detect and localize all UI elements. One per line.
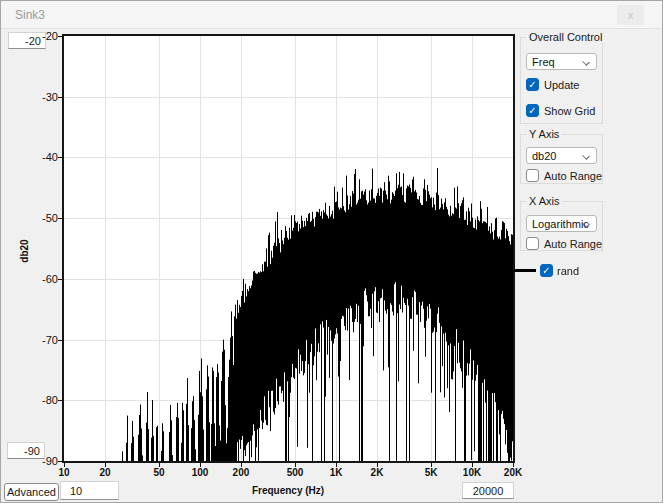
y-tick-label: -30 <box>42 91 58 103</box>
spectrum-canvas[interactable] <box>64 36 513 461</box>
x-tick-mark <box>513 463 514 467</box>
y-tick-label: -70 <box>42 334 58 346</box>
y-tick-label: -60 <box>42 273 58 285</box>
y-auto-range-checkbox[interactable] <box>526 169 539 182</box>
x-tick-label: 100 <box>192 467 209 478</box>
titlebar[interactable]: Sink3 x <box>1 1 662 29</box>
y-tick-mark <box>58 97 62 98</box>
x-auto-range-checkbox[interactable] <box>526 237 539 250</box>
window-title: Sink3 <box>15 8 45 22</box>
x-tick-mark <box>472 463 473 467</box>
update-row[interactable]: Update <box>526 78 579 91</box>
x-tick-label: 20K <box>504 467 522 478</box>
show-grid-row[interactable]: Show Grid <box>526 104 595 117</box>
x-tick-label: 200 <box>233 467 250 478</box>
y-tick-mark <box>58 461 62 462</box>
x-tick-mark <box>64 463 65 467</box>
y-min-input[interactable] <box>7 442 45 459</box>
x-axis-dropdown[interactable]: Logarithmic <box>526 215 597 232</box>
group-title: Y Axis <box>526 128 562 140</box>
close-button[interactable]: x <box>617 5 644 25</box>
plot-area[interactable] <box>62 34 515 463</box>
x-tick-label: 2K <box>371 467 384 478</box>
sink3-window: Sink3 x db20 1020501002005001K2K5K10K20K… <box>0 0 663 503</box>
y-tick-label: -50 <box>42 212 58 224</box>
x-tick-label: 50 <box>154 467 165 478</box>
x-tick-label: 10 <box>58 467 69 478</box>
chevron-down-icon <box>582 152 590 160</box>
show-grid-label: Show Grid <box>544 105 595 117</box>
chevron-down-icon <box>582 58 590 66</box>
dropdown-value: db20 <box>532 150 556 162</box>
y-auto-range-label: Auto Range <box>544 170 602 182</box>
x-tick-label: 1K <box>330 467 343 478</box>
x-tick-mark <box>159 463 160 467</box>
x-max-input[interactable] <box>462 482 514 499</box>
x-tick-mark <box>241 463 242 467</box>
y-axis-dropdown[interactable]: db20 <box>526 147 597 164</box>
x-tick-mark <box>105 463 106 467</box>
y-axis-group: Y Axis db20 Auto Range <box>520 134 603 184</box>
x-tick-label: 5K <box>425 467 438 478</box>
show-grid-checkbox[interactable] <box>526 104 539 117</box>
legend-line-swatch <box>507 269 536 272</box>
y-auto-range-row[interactable]: Auto Range <box>526 169 602 182</box>
overall-control-group: Overall Control Freq Update Show Grid <box>520 37 603 124</box>
update-checkbox[interactable] <box>526 78 539 91</box>
y-max-input[interactable] <box>8 32 46 49</box>
x-auto-range-label: Auto Range <box>544 238 602 250</box>
y-tick-label: -20 <box>42 30 58 42</box>
y-tick-mark <box>58 279 62 280</box>
y-axis-title: db20 <box>19 239 30 262</box>
rand-label: rand <box>557 265 579 277</box>
dropdown-value: Freq <box>532 56 555 68</box>
y-tick-label: -90 <box>42 455 58 467</box>
legend-rand: rand <box>507 264 579 277</box>
y-tick-label: -80 <box>42 394 58 406</box>
close-icon: x <box>628 10 634 21</box>
update-label: Update <box>544 79 579 91</box>
y-tick-label: -40 <box>42 151 58 163</box>
x-tick-mark <box>200 463 201 467</box>
x-tick-label: 20 <box>99 467 110 478</box>
x-tick-mark <box>377 463 378 467</box>
x-auto-range-row[interactable]: Auto Range <box>526 237 602 250</box>
x-tick-mark <box>336 463 337 467</box>
x-tick-mark <box>295 463 296 467</box>
x-axis-group: X Axis Logarithmic Auto Range <box>520 201 603 251</box>
rand-checkbox[interactable] <box>540 264 553 277</box>
freq-dropdown[interactable]: Freq <box>526 53 597 70</box>
y-tick-mark <box>58 157 62 158</box>
y-tick-mark <box>58 218 62 219</box>
y-tick-mark <box>58 36 62 37</box>
x-tick-mark <box>431 463 432 467</box>
x-tick-label: 10K <box>463 467 481 478</box>
advanced-button[interactable]: Advanced <box>4 483 59 501</box>
y-tick-mark <box>58 400 62 401</box>
y-tick-mark <box>58 340 62 341</box>
x-axis-title: Frequency (Hz) <box>252 485 324 496</box>
x-min-input[interactable] <box>60 481 119 500</box>
group-title: Overall Control <box>526 31 605 43</box>
dropdown-value: Logarithmic <box>532 218 589 230</box>
group-title: X Axis <box>526 195 563 207</box>
x-tick-label: 500 <box>287 467 304 478</box>
